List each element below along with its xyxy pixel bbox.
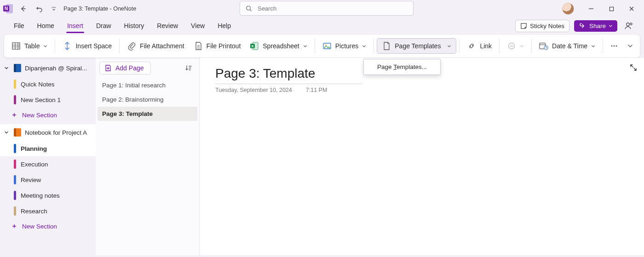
expand-toggle[interactable] bbox=[3, 66, 10, 70]
svg-rect-7 bbox=[12, 43, 20, 49]
ribbon-table-button[interactable]: Table bbox=[7, 39, 52, 53]
chevron-down-icon bbox=[591, 44, 595, 48]
page-list-pane: Add Page Page 1: Initial research Page 2… bbox=[96, 58, 200, 255]
window-title: Page 3: Template - OneNote bbox=[63, 6, 136, 12]
page-time: 7:11 PM bbox=[306, 87, 328, 93]
menu-review[interactable]: Review bbox=[150, 19, 184, 32]
ribbon-date-time-button[interactable]: Date & Time bbox=[535, 39, 600, 53]
minimize-button[interactable] bbox=[581, 1, 601, 16]
ellipsis-icon bbox=[610, 41, 619, 51]
page-meta: Tuesday, September 10, 2024 7:11 PM bbox=[215, 87, 644, 93]
search-box[interactable] bbox=[240, 1, 414, 16]
chevron-down-icon bbox=[627, 43, 633, 49]
sort-icon bbox=[185, 64, 192, 72]
svg-rect-4 bbox=[610, 7, 613, 11]
qat-customize-button[interactable] bbox=[49, 1, 59, 16]
page-canvas[interactable]: Page 3: Template Tuesday, September 10, … bbox=[200, 58, 644, 255]
plus-icon: ＋ bbox=[11, 223, 17, 229]
menu-view[interactable]: View bbox=[184, 19, 211, 32]
user-avatar[interactable] bbox=[562, 3, 574, 15]
ribbon-file-attachment-button[interactable]: File Attachment bbox=[122, 39, 189, 53]
svg-text:X: X bbox=[252, 44, 254, 48]
ribbon-spreadsheet-label: Spreadsheet bbox=[263, 42, 299, 50]
page-list-item[interactable]: Page 2: Brainstorming bbox=[96, 92, 199, 107]
paperclip-icon bbox=[127, 41, 136, 51]
ribbon-collapse-button[interactable] bbox=[625, 41, 635, 51]
undo-button[interactable] bbox=[32, 1, 47, 16]
ribbon-page-templates-label: Page Templates bbox=[395, 42, 441, 50]
picture-icon bbox=[322, 41, 332, 51]
fullscreen-button[interactable] bbox=[628, 63, 638, 73]
presence-button[interactable] bbox=[621, 18, 637, 33]
chevron-down-icon bbox=[4, 66, 9, 70]
maximize-button[interactable] bbox=[602, 1, 621, 16]
ribbon-more-button[interactable] bbox=[606, 39, 622, 53]
expand-toggle[interactable] bbox=[3, 130, 10, 135]
ribbon-link-label: Link bbox=[480, 42, 492, 50]
ribbon-spreadsheet-button[interactable]: X Spreadsheet bbox=[245, 39, 311, 53]
page-date: Tuesday, September 10, 2024 bbox=[215, 87, 292, 93]
section-label: Research bbox=[21, 208, 47, 215]
section-row[interactable]: Quick Notes bbox=[0, 76, 96, 92]
new-section-button[interactable]: ＋ New Section bbox=[0, 108, 96, 122]
section-label: Quick Notes bbox=[21, 81, 55, 88]
ribbon-file-printout-label: File Printout bbox=[207, 42, 241, 50]
notebook-row[interactable]: Notebook for Project A bbox=[0, 124, 96, 141]
section-row[interactable]: New Section 1 bbox=[0, 92, 96, 108]
page-list-item[interactable]: Page 1: Initial research bbox=[96, 78, 199, 92]
section-row[interactable]: Meeting notes bbox=[0, 188, 96, 203]
search-input[interactable] bbox=[257, 5, 408, 12]
menu-bar: File Home Insert Draw History Review Vie… bbox=[0, 17, 644, 34]
section-label: Execution bbox=[21, 161, 48, 168]
ribbon-table-label: Table bbox=[24, 42, 40, 50]
expand-icon bbox=[629, 63, 638, 72]
page-list-item[interactable]: Page 3: Template bbox=[98, 107, 197, 121]
menu-insert[interactable]: Insert bbox=[61, 19, 90, 32]
notebook-label: Notebook for Project A bbox=[25, 129, 92, 136]
share-button[interactable]: Share bbox=[574, 20, 617, 32]
menu-help[interactable]: Help bbox=[211, 19, 237, 32]
close-button[interactable] bbox=[622, 1, 641, 16]
sort-pages-button[interactable] bbox=[183, 62, 195, 74]
menu-draw[interactable]: Draw bbox=[90, 19, 118, 32]
section-row[interactable]: Execution bbox=[0, 156, 96, 172]
section-label: New Section 1 bbox=[21, 97, 61, 103]
chevron-down-icon bbox=[4, 130, 9, 135]
ribbon-insert-space-label: Insert Space bbox=[75, 42, 112, 50]
sticky-notes-label: Sticky Notes bbox=[530, 23, 564, 29]
person-icon bbox=[624, 21, 633, 30]
page-templates-menu-item[interactable]: Page Templates... bbox=[364, 59, 440, 74]
ribbon-insert-space-button[interactable]: Insert Space bbox=[58, 39, 116, 53]
sticky-notes-button[interactable]: Sticky Notes bbox=[515, 20, 569, 32]
ribbon-ink-button[interactable] bbox=[502, 39, 529, 53]
section-row[interactable]: Review bbox=[0, 172, 96, 188]
menu-file[interactable]: File bbox=[7, 19, 31, 32]
notebook-label: Dipanjenah @ Spiral... bbox=[25, 65, 92, 72]
menu-history[interactable]: History bbox=[118, 19, 151, 32]
add-page-button[interactable]: Add Page bbox=[99, 62, 151, 74]
file-printout-icon bbox=[194, 41, 203, 51]
insert-space-icon bbox=[63, 41, 72, 51]
ribbon-link-button[interactable]: Link bbox=[462, 39, 496, 53]
section-row[interactable]: Research bbox=[0, 203, 96, 219]
new-section-button[interactable]: ＋ New Section bbox=[0, 219, 96, 234]
menu-home[interactable]: Home bbox=[31, 19, 61, 32]
svg-text:N: N bbox=[5, 6, 8, 11]
chevron-down-icon bbox=[609, 24, 613, 28]
svg-point-12 bbox=[325, 44, 326, 46]
back-button[interactable] bbox=[16, 1, 30, 16]
onenote-app-icon: N bbox=[3, 3, 14, 14]
section-color-chip bbox=[14, 175, 16, 184]
svg-point-18 bbox=[616, 46, 617, 47]
section-row[interactable]: Planning bbox=[0, 141, 96, 156]
link-icon bbox=[467, 41, 476, 51]
section-label: Meeting notes bbox=[21, 192, 60, 199]
notebook-row[interactable]: Dipanjenah @ Spiral... bbox=[0, 60, 96, 76]
ribbon-pictures-button[interactable]: Pictures bbox=[318, 39, 371, 53]
svg-point-16 bbox=[611, 46, 613, 47]
chevron-down-icon bbox=[447, 44, 451, 48]
calendar-clock-icon bbox=[539, 41, 548, 51]
ribbon-file-printout-button[interactable]: File Printout bbox=[189, 39, 246, 53]
ribbon-page-templates-button[interactable]: Page Templates bbox=[377, 38, 456, 54]
chevron-down-icon bbox=[362, 44, 366, 48]
